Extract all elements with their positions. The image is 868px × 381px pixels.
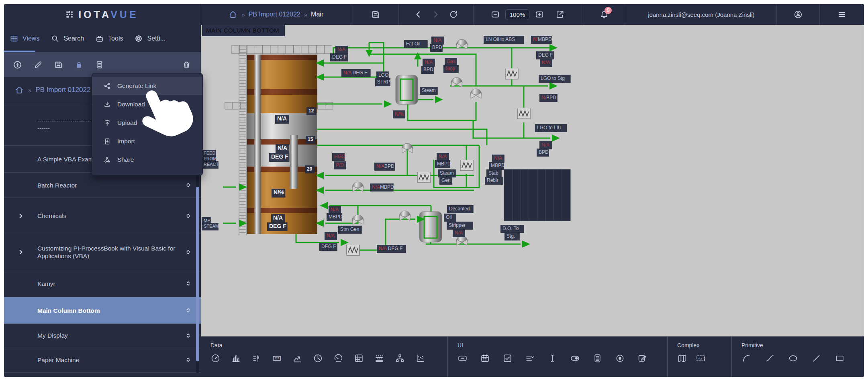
sqc-icon[interactable]: SQC: [696, 353, 706, 363]
menu-item-import[interactable]: Import: [92, 132, 202, 151]
list-item[interactable]: My Display: [4, 324, 201, 347]
breadcrumb-item-project[interactable]: PB Import 012022: [249, 11, 300, 18]
sidebar-breadcrumb-label[interactable]: PB Import 012022: [35, 86, 90, 94]
palette-section-label: Primitive: [741, 342, 864, 348]
curve-icon[interactable]: [765, 353, 775, 363]
palette-section-label: UI: [457, 342, 667, 348]
pie-chart-icon[interactable]: [313, 353, 323, 363]
expand-right-icon[interactable]: [17, 249, 25, 256]
list-item[interactable]: Chemicals: [4, 198, 201, 234]
save-section: [352, 4, 399, 25]
chevron-sort-icon[interactable]: [185, 180, 192, 190]
list-item[interactable]: Customizing PI-ProcessBook with Visual B…: [4, 234, 201, 270]
chevron-sort-icon[interactable]: [185, 211, 192, 221]
chevron-sort-icon[interactable]: [185, 247, 192, 257]
palette-section-ui: UI: [448, 336, 668, 377]
svg-text:DEG F: DEG F: [332, 54, 347, 60]
svg-text:Oil: Oil: [446, 214, 452, 220]
speedometer-icon[interactable]: [333, 353, 343, 363]
svg-text:MBPD: MBPD: [491, 163, 505, 168]
zoom-out-button[interactable]: [490, 10, 500, 19]
bar-chart-icon[interactable]: [231, 353, 241, 363]
data-table-icon[interactable]: [354, 353, 364, 363]
svg-text:N/MBPD: N/MBPD: [533, 37, 552, 42]
home-icon[interactable]: [228, 10, 238, 19]
edit-pencil-icon[interactable]: [33, 60, 43, 69]
ellipse-icon[interactable]: [788, 353, 798, 363]
list-item[interactable]: Main Column Bottom: [4, 297, 201, 324]
lock-icon[interactable]: [74, 60, 84, 69]
svg-text:N/A: N/A: [433, 37, 441, 43]
listbox-icon[interactable]: [592, 353, 602, 363]
refresh-button[interactable]: [449, 10, 458, 19]
add-circle-icon[interactable]: [13, 60, 22, 69]
upload-icon: [103, 119, 111, 127]
svg-text:Gas: Gas: [447, 59, 455, 64]
slider-levels-icon[interactable]: [251, 353, 261, 363]
logo-mark-icon: [65, 10, 75, 19]
svg-text:N/%: N/%: [395, 111, 404, 117]
scrollbar-thumb[interactable]: [196, 187, 199, 361]
brand-logo: IOTAVUE: [4, 4, 200, 25]
chevron-sort-icon[interactable]: [185, 355, 192, 365]
list-item[interactable]: Kamyr: [4, 270, 201, 297]
svg-text:N/A: N/A: [439, 154, 447, 159]
hamburger-menu-icon[interactable]: [837, 10, 847, 19]
expand-right-icon[interactable]: [17, 212, 25, 220]
svg-text:BPD: BPD: [423, 67, 433, 72]
heatmap-icon[interactable]: [374, 353, 384, 363]
list-item-label: Batch Reactor: [37, 181, 177, 189]
toggle-icon[interactable]: [570, 353, 580, 363]
list-item-label: Main Column Bottom: [37, 307, 177, 314]
chevron-sort-icon[interactable]: [185, 306, 192, 315]
gauge-icon[interactable]: [210, 353, 221, 363]
edit-box-icon[interactable]: [637, 353, 647, 363]
display-canvas[interactable]: N/ADEG FN/A DEG FLGOSTRPFat OilN/ABPDN/A…: [201, 25, 864, 336]
tab-setti[interactable]: Setti...: [129, 25, 171, 52]
list-menu-icon[interactable]: [95, 60, 104, 69]
line-icon[interactable]: [811, 353, 821, 363]
home-icon[interactable]: [14, 85, 24, 95]
tab-search[interactable]: Search: [45, 25, 90, 52]
menu-item-generate-link[interactable]: Generate Link: [92, 77, 202, 95]
list-item[interactable]: Batch Reactor: [4, 173, 201, 198]
palette-section-label: Data: [210, 342, 447, 348]
zoom-level: 100%: [505, 9, 529, 20]
scatter-plot-icon[interactable]: [415, 353, 425, 363]
datepicker-icon[interactable]: [480, 353, 490, 363]
list-item-label: Paper Machine: [37, 356, 177, 364]
text-input-icon[interactable]: [547, 353, 558, 363]
menu-item-download[interactable]: Download: [92, 95, 202, 114]
menu-item-upload[interactable]: Upload: [92, 114, 202, 132]
user-email: joanna.zinsli@seeq.com (Joanna Zinsli): [626, 4, 777, 25]
button-icon[interactable]: [457, 353, 468, 363]
palette-section-primitive: Primitive: [732, 336, 864, 377]
back-button[interactable]: [413, 10, 423, 19]
trash-icon[interactable]: [182, 60, 191, 69]
menu-item-share[interactable]: Share: [92, 151, 202, 169]
account-icon[interactable]: [793, 10, 803, 19]
svg-text:P/D: P/D: [336, 162, 344, 168]
chevron-sort-icon[interactable]: [185, 279, 192, 288]
svg-text:N/A: N/A: [455, 230, 463, 236]
checkbox-icon[interactable]: [502, 353, 513, 363]
tab-views[interactable]: Views: [4, 25, 45, 52]
list-item[interactable]: Paper Machine: [4, 347, 201, 373]
rectangle-icon[interactable]: [835, 353, 845, 363]
dropdown-icon[interactable]: [525, 353, 535, 363]
save-icon[interactable]: [371, 10, 380, 19]
trend-chart-icon[interactable]: [292, 353, 302, 363]
open-external-button[interactable]: [555, 10, 565, 19]
forward-button[interactable]: [431, 10, 441, 19]
radio-icon[interactable]: [615, 353, 625, 363]
zoom-in-button[interactable]: [535, 10, 544, 19]
arc-icon[interactable]: [741, 353, 752, 363]
chevron-sort-icon[interactable]: [185, 331, 192, 340]
tab-tools[interactable]: Tools: [90, 25, 129, 52]
hierarchy-icon[interactable]: [395, 353, 405, 363]
numeric-display-icon[interactable]: 123: [272, 353, 282, 363]
map-icon[interactable]: [677, 353, 687, 363]
svg-text:Fat Oil: Fat Oil: [406, 41, 420, 47]
svg-text:STRP: STRP: [377, 79, 390, 85]
save-icon[interactable]: [54, 60, 63, 69]
